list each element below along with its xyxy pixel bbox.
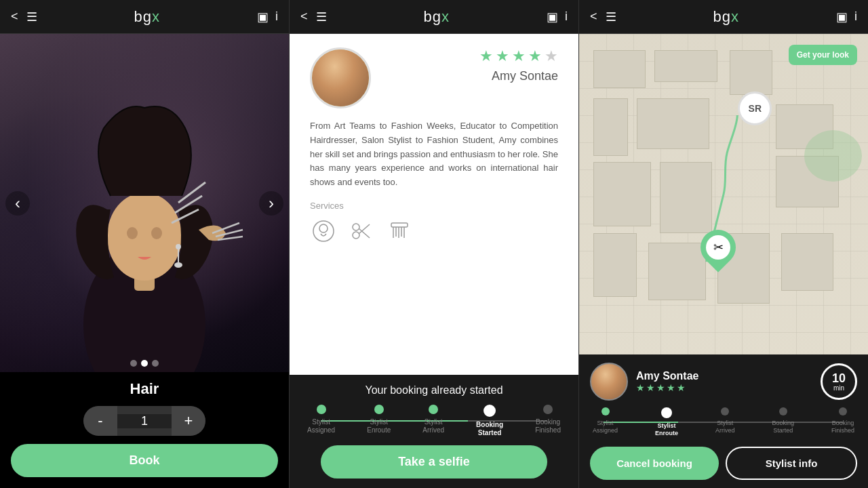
chat-icon-2[interactable]: ▣ (547, 9, 558, 24)
eta-badge: 10 min (821, 363, 857, 400)
service-title: Hair (130, 380, 159, 398)
svg-point-6 (127, 227, 138, 239)
svg-line-15 (359, 228, 370, 238)
stylist-rating-area: ★ ★ ★ ★ ★ Amy Sontae (384, 47, 558, 83)
service-icon-makeup (310, 218, 337, 245)
quantity-decrease[interactable]: - (83, 406, 117, 436)
logo-3: bgx (713, 8, 739, 26)
nav-panel-3: < ☰ bgx ▣ i (579, 0, 868, 33)
info-icon-1[interactable]: i (275, 9, 278, 24)
star-1: ★ (479, 47, 493, 65)
comb-icon (387, 219, 412, 243)
back-icon-1[interactable]: < (11, 9, 18, 24)
t-step-assigned: StylistAssigned (593, 407, 618, 437)
svg-point-12 (319, 224, 328, 232)
chat-icon-3[interactable]: ▣ (836, 9, 848, 24)
menu-icon-3[interactable]: ☰ (606, 9, 616, 24)
map-area[interactable]: SR ✂ Get your look (579, 34, 868, 354)
t-dot-finished (839, 407, 847, 415)
dot-1[interactable] (130, 360, 137, 367)
stylist-name: Amy Sontae (492, 69, 558, 83)
stylist-stars: ★ ★ ★ ★ ★ (479, 47, 558, 65)
step-assigned: StylistAssigned (307, 405, 335, 437)
panel-3-bottom: Amy Sontae ★ ★ ★ ★ ★ 10 min (579, 354, 868, 488)
star-2: ★ (496, 47, 509, 65)
star-5: ★ (545, 47, 558, 65)
carousel-next[interactable]: › (259, 191, 283, 216)
cancel-booking-button[interactable]: Cancel booking (590, 447, 719, 480)
t-label-assigned: StylistAssigned (593, 420, 618, 434)
services-label: Services (310, 201, 558, 211)
panel-hair: ‹ › Hair - 1 + Book (0, 34, 290, 488)
info-icon-3[interactable]: i (854, 9, 857, 24)
woman-illustration (2, 87, 287, 372)
t-dot-enroute (661, 407, 672, 418)
stylist-avatar-sm (590, 363, 628, 401)
panel-1-controls: Hair - 1 + Book (0, 372, 289, 488)
stylist-bio: From Art Teams to Fashion Weeks, Educato… (310, 119, 558, 190)
stylist-name-sm: Amy Sontae (636, 370, 698, 382)
step-dot-started (484, 405, 496, 417)
step-label-finished: BookingFinished (535, 418, 561, 434)
take-selfie-button[interactable]: Take a selfie (321, 445, 548, 479)
chat-icon-1[interactable]: ▣ (257, 9, 269, 24)
nav-panel-1: < ☰ bgx ▣ i (0, 0, 290, 33)
dest-marker-inner: ✂ (706, 235, 730, 260)
info-icon-2[interactable]: i (565, 9, 568, 24)
stylist-header: ★ ★ ★ ★ ★ Amy Sontae (310, 47, 558, 108)
sm-star-2: ★ (646, 382, 655, 393)
sm-star-3: ★ (656, 382, 665, 393)
nav-right-2: ▣ i (547, 9, 568, 24)
panel-map: SR ✂ Get your look Amy Sontae ★ ★ (579, 34, 868, 488)
stylist-row: Amy Sontae ★ ★ ★ ★ ★ 10 min (590, 363, 857, 401)
t-step-arrived: StylistArrived (715, 407, 735, 437)
t-label-finished: BookingFinished (831, 420, 854, 434)
quantity-increase[interactable]: + (172, 406, 205, 436)
top-navigation: < ☰ bgx ▣ i < ☰ bgx ▣ i < ☰ bgx ▣ i (0, 0, 868, 34)
nav-right-1: ▣ i (257, 9, 278, 24)
dot-3[interactable] (152, 360, 159, 367)
carousel-prev[interactable]: ‹ (5, 191, 30, 216)
sm-star-4: ★ (667, 382, 675, 393)
booking-progress: StylistAssigned StylistEnroute StylistAr… (300, 405, 568, 437)
panel-2-bottom: Your booking already started StylistAssi… (290, 375, 578, 488)
back-icon-3[interactable]: < (590, 9, 597, 24)
tracking-progress: StylistAssigned StylistEnroute StylistAr… (590, 407, 857, 437)
quantity-control: - 1 + (83, 406, 205, 436)
book-button[interactable]: Book (11, 444, 278, 477)
svg-point-14 (353, 232, 359, 239)
nav-left-1: < ☰ (11, 9, 37, 24)
menu-icon-2[interactable]: ☰ (316, 9, 327, 24)
stylist-card: ★ ★ ★ ★ ★ Amy Sontae From Art Teams to F… (290, 34, 578, 375)
makeup-icon (311, 219, 336, 243)
nav-left-2: < ☰ (300, 9, 327, 24)
star-4: ★ (528, 47, 542, 65)
t-step-enroute: StylistEnroute (655, 407, 678, 437)
svg-point-2 (107, 192, 182, 281)
main-content: ‹ › Hair - 1 + Book (0, 34, 868, 488)
step-label-enroute: StylistEnroute (367, 418, 391, 434)
hair-background (0, 34, 289, 372)
logo-1: bgx (134, 8, 160, 26)
avatar-image (312, 49, 369, 106)
step-label-arrived: StylistArrived (422, 418, 444, 434)
step-dot-assigned (317, 405, 326, 414)
back-icon-2[interactable]: < (300, 9, 308, 24)
t-step-started: BookingStarted (772, 407, 794, 437)
step-dot-arrived (429, 405, 438, 414)
service-icon-comb (386, 218, 413, 245)
step-label-assigned: StylistAssigned (307, 418, 335, 434)
svg-line-16 (359, 224, 370, 234)
svg-point-8 (176, 244, 181, 249)
action-buttons: Cancel booking Stylist info (590, 447, 857, 480)
t-dot-arrived (721, 407, 729, 415)
dot-2[interactable] (141, 360, 148, 367)
nav-right-3: ▣ i (836, 9, 857, 24)
stylist-info-button[interactable]: Stylist info (726, 447, 857, 480)
svg-point-7 (151, 227, 162, 239)
nav-left-3: < ☰ (590, 9, 616, 24)
menu-icon-1[interactable]: ☰ (26, 9, 37, 24)
get-look-button[interactable]: Get your look (789, 45, 857, 65)
stylist-avatar-lg (310, 47, 371, 108)
t-label-enroute: StylistEnroute (655, 422, 678, 437)
